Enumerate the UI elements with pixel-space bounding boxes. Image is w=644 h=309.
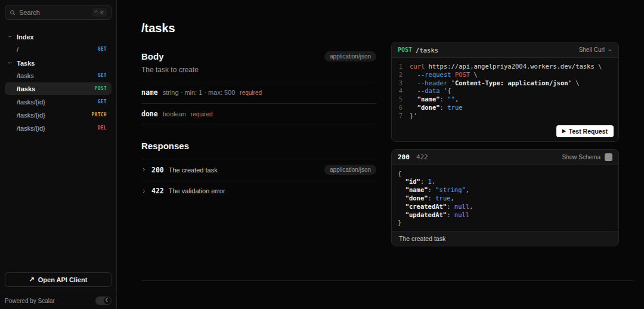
code-line: "id": 1, — [398, 178, 612, 186]
sidebar-item[interactable]: /tasks/{id}GET — [5, 95, 112, 108]
method-badge: GET — [98, 47, 107, 52]
response-tab-422[interactable]: 422 — [416, 153, 428, 161]
code-line: 1curl https://api.angelpriya2004.workers… — [398, 63, 612, 71]
response-tab-200[interactable]: 200 — [398, 153, 410, 161]
app-root: Search ^ K Index/GETTasks/tasksGET/tasks… — [0, 0, 644, 309]
external-link-icon: ↗ — [29, 276, 35, 283]
page-title: /tasks — [141, 21, 376, 35]
search-icon — [10, 10, 16, 16]
field-row: donebooleanrequired — [141, 103, 376, 125]
code-line: 6 "done": true — [398, 104, 612, 112]
field-row: namestring · min: 1 · max: 500required — [141, 82, 376, 103]
main-content: /tasks Body application/json The task to… — [117, 0, 379, 309]
body-fields: namestring · min: 1 · max: 500requireddo… — [141, 82, 376, 125]
responses-heading: Responses — [141, 141, 189, 151]
response-row[interactable]: 200The created taskapplication/json — [141, 159, 376, 181]
client-selector[interactable]: Shell Curl — [579, 47, 612, 53]
responses-list: 200The created taskapplication/json422Th… — [141, 159, 376, 201]
body-content-type-badge: application/json — [324, 51, 376, 61]
sidebar-item[interactable]: /tasksGET — [5, 69, 112, 82]
body-description: The task to create — [141, 66, 376, 74]
code-line: 5 "name": "", — [398, 95, 612, 104]
request-path: /tasks — [416, 47, 438, 54]
code-line: { — [398, 170, 612, 178]
method-badge: GET — [98, 99, 107, 104]
play-icon: ▶ — [562, 128, 566, 134]
sidebar-footer: ↗ Open API Client Powered by Scalar ☾ — [0, 267, 116, 309]
open-api-client-label: Open API Client — [38, 276, 88, 283]
response-code-block: { "id": 1, "name": "string", "done": tru… — [392, 165, 618, 231]
sidebar-item[interactable]: /tasksPOST — [5, 82, 112, 95]
open-api-client-button[interactable]: ↗ Open API Client — [5, 272, 112, 287]
method-badge: DEL — [98, 125, 107, 131]
sidebar-item[interactable]: /tasks/{id}DEL — [5, 122, 112, 134]
chevron-right-icon — [141, 167, 147, 172]
code-line: "createdAt": null, — [398, 203, 612, 211]
response-footer: The created task — [392, 231, 618, 246]
search-shortcut: ^ K — [92, 8, 107, 17]
show-schema-checkbox[interactable] — [605, 153, 612, 161]
code-line: "updatedAt": null — [398, 211, 612, 220]
moon-icon: ☾ — [104, 297, 111, 304]
code-line: 7}' — [398, 112, 612, 120]
chevron-down-icon — [7, 34, 13, 39]
show-schema-label: Show Schema — [562, 154, 600, 160]
bottom-divider — [141, 280, 633, 281]
sidebar-item[interactable]: /tasks/{id}PATCH — [5, 109, 112, 121]
code-line: 3 --header 'Content-Type: application/js… — [398, 79, 612, 88]
dark-mode-toggle[interactable]: ☾ — [95, 296, 112, 305]
request-code-block: 1curl https://api.angelpriya2004.workers… — [392, 58, 618, 124]
test-request-button[interactable]: ▶ Test Request — [556, 125, 614, 137]
request-example-card: POST /tasks Shell Curl 1curl https://api… — [391, 42, 619, 142]
code-line: "done": true, — [398, 194, 612, 203]
method-badge: PATCH — [91, 112, 107, 118]
response-example-card: 200422 Show Schema { "id": 1, "name": "s… — [391, 149, 619, 247]
chevron-right-icon — [141, 189, 147, 194]
code-line: } — [398, 219, 612, 227]
code-line: 4 --data '{ — [398, 87, 612, 95]
code-line: 2 --request POST \ — [398, 71, 612, 79]
powered-by-label: Powered by Scalar — [5, 298, 55, 304]
code-line: "name": "string", — [398, 186, 612, 194]
body-heading: Body — [141, 51, 164, 61]
test-request-label: Test Request — [569, 128, 608, 135]
request-method: POST — [398, 47, 412, 53]
sidebar-nav: Index/GETTasks/tasksGET/tasksPOST/tasks/… — [0, 24, 116, 267]
client-selector-label: Shell Curl — [579, 47, 605, 53]
sidebar-item[interactable]: /GET — [5, 43, 112, 55]
sidebar-group-index[interactable]: Index — [5, 30, 112, 43]
search-input[interactable]: Search ^ K — [5, 5, 112, 20]
chevron-down-icon — [608, 48, 612, 52]
example-panel: POST /tasks Shell Curl 1curl https://api… — [391, 0, 619, 246]
response-tabs: 200422 — [398, 153, 428, 161]
method-badge: POST — [95, 86, 107, 91]
sidebar-group-tasks[interactable]: Tasks — [5, 57, 112, 69]
response-content-type-badge: application/json — [324, 165, 376, 175]
response-row[interactable]: 422The validation error — [141, 181, 376, 201]
chevron-down-icon — [7, 60, 13, 66]
method-badge: GET — [98, 73, 107, 78]
search-placeholder: Search — [19, 9, 40, 16]
sidebar: Search ^ K Index/GETTasks/tasksGET/tasks… — [0, 0, 117, 309]
